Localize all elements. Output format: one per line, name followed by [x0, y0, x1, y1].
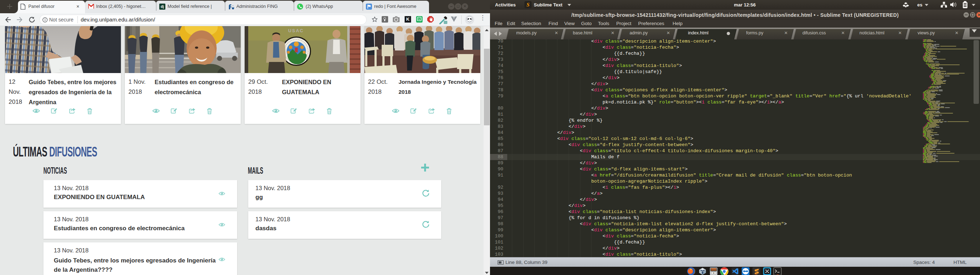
svg-text:USAC: USAC: [288, 28, 304, 33]
